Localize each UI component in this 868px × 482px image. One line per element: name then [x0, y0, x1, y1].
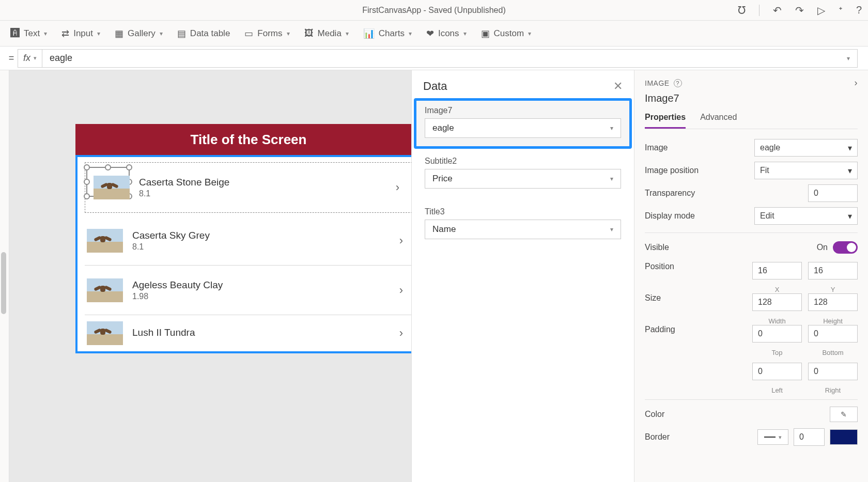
data-group-image7[interactable]: Image7 eagle ▾	[414, 98, 632, 149]
data-group-subtitle2: Subtitle2 Price ▾	[414, 149, 632, 199]
data-select-title3[interactable]: Name ▾	[425, 220, 621, 239]
chevron-down-icon: ▾	[610, 125, 613, 132]
ribbon-forms[interactable]: ▭Forms▾	[244, 28, 289, 39]
info-icon[interactable]: ?	[674, 79, 682, 87]
close-icon[interactable]: ✕	[613, 80, 623, 93]
prop-input-pos-y[interactable]: 16	[808, 262, 858, 279]
formula-input[interactable]: eagle ▾	[42, 49, 858, 68]
app-checker-icon[interactable]: ℧	[738, 4, 746, 17]
control-name: Image7	[645, 92, 858, 104]
scroll-thumb[interactable]	[1, 252, 6, 314]
data-select-subtitle2[interactable]: Price ▾	[425, 169, 621, 189]
border-style-select[interactable]: ▾	[757, 429, 788, 445]
ribbon-icons[interactable]: ❤Icons▾	[426, 28, 467, 39]
ribbon-gallery[interactable]: ▦Gallery▾	[115, 28, 163, 39]
prop-input-transparency[interactable]: 0	[808, 184, 858, 202]
prop-select-image-position[interactable]: Fit ▾	[754, 162, 858, 179]
prop-input-pad-top[interactable]: 0	[752, 325, 802, 343]
redo-icon[interactable]: ↷	[795, 4, 804, 17]
prop-label-color: Color	[645, 410, 664, 419]
prop-select-image[interactable]: eagle ▾	[754, 139, 858, 157]
data-panel-title: Data	[423, 80, 447, 93]
prop-input-pad-bottom[interactable]: 0	[808, 325, 858, 343]
gallery-selected[interactable]: Caserta Stone Beige 8.1 › Caserta Sky Gr…	[75, 155, 422, 353]
item-text: Ageless Beauty Clay 1.98	[132, 279, 223, 301]
ribbon-custom[interactable]: ▣Custom▾	[481, 28, 532, 39]
title-bar-actions: ℧ ↶ ↷ ▷ ᕀ ?	[738, 4, 862, 17]
play-icon[interactable]: ▷	[817, 4, 825, 17]
formula-bar: = fx ▾ eagle ▾	[0, 46, 868, 70]
item-text: Lush II Tundra	[132, 327, 195, 339]
tab-properties[interactable]: Properties	[645, 113, 686, 129]
prop-label-border: Border	[645, 432, 670, 442]
ribbon-data-table[interactable]: ▤Data table	[177, 28, 230, 39]
border-color-picker[interactable]	[830, 429, 858, 445]
chevron-right-icon[interactable]: ›	[396, 181, 399, 194]
toggle-switch[interactable]	[833, 241, 858, 254]
chevron-down-icon: ▾	[160, 30, 163, 37]
item-thumb	[87, 321, 123, 345]
list-item[interactable]: Caserta Stone Beige 8.1 ›	[88, 166, 409, 209]
prop-label-display-mode: Display mode	[645, 211, 695, 221]
item-title: Caserta Sky Grey	[132, 230, 210, 241]
chevron-right-icon[interactable]: ›	[399, 284, 403, 297]
select-value: Fit	[760, 166, 769, 175]
help-icon[interactable]: ?	[856, 4, 862, 16]
item-thumb[interactable]	[94, 176, 130, 199]
chevron-down-icon: ▾	[779, 434, 782, 441]
tab-advanced[interactable]: Advanced	[700, 113, 737, 129]
chevron-down-icon: ▾	[610, 226, 613, 233]
prop-input-pad-left[interactable]: 0	[752, 363, 802, 380]
data-group-title3: Title3 Name ▾	[414, 199, 632, 250]
dim-label-height: Height	[808, 317, 858, 325]
pad-label-left: Left	[752, 386, 802, 394]
prop-label-visible: Visible	[645, 243, 669, 252]
item-subtitle: 8.1	[139, 189, 229, 198]
prop-label-transparency: Transparency	[645, 189, 695, 198]
chevron-right-icon[interactable]: ›	[855, 77, 858, 88]
item-thumb	[87, 229, 123, 253]
chevron-down-icon: ▾	[346, 30, 349, 37]
chevron-down-icon: ▾	[44, 30, 47, 37]
fx-selector[interactable]: fx ▾	[18, 49, 42, 68]
chevron-right-icon[interactable]: ›	[399, 234, 403, 247]
item-title: Ageless Beauty Clay	[132, 279, 223, 291]
ribbon-charts[interactable]: 📊Charts▾	[363, 28, 412, 39]
prop-label-position: Position	[645, 262, 674, 271]
divider	[759, 5, 760, 16]
equals-label: =	[5, 53, 18, 64]
select-value: Price	[432, 174, 453, 184]
prop-input-pos-x[interactable]: 16	[752, 262, 802, 279]
list-item[interactable]: Ageless Beauty Clay 1.98 ›	[85, 266, 412, 315]
chevron-right-icon[interactable]: ›	[399, 326, 403, 340]
share-icon[interactable]: ᕀ	[839, 4, 843, 17]
chevron-down-icon: ▾	[848, 166, 852, 176]
toggle-state: On	[817, 243, 828, 252]
prop-label-padding: Padding	[645, 325, 675, 334]
prop-input-height[interactable]: 128	[808, 293, 858, 311]
list-item[interactable]: Lush II Tundra ›	[85, 315, 412, 351]
ribbon-input[interactable]: ⇄Input▾	[61, 28, 100, 39]
prop-input-width[interactable]: 128	[752, 293, 802, 311]
undo-icon[interactable]: ↶	[773, 4, 782, 17]
select-value: Edit	[760, 211, 774, 221]
prop-label-size: Size	[645, 293, 661, 303]
ribbon-media[interactable]: 🖼Media▾	[304, 28, 349, 39]
media-icon: 🖼	[304, 28, 314, 39]
visible-toggle[interactable]: On	[817, 241, 858, 254]
properties-panel: IMAGE ? › ↖ Image7 Properties Advanced I…	[634, 70, 868, 482]
prop-input-border-width[interactable]: 0	[794, 428, 825, 446]
ribbon-text[interactable]: 🅰Text▾	[10, 28, 47, 39]
props-tabs: Properties Advanced	[645, 113, 858, 129]
gallery-template[interactable]: Caserta Stone Beige 8.1 ›	[85, 162, 412, 213]
color-picker[interactable]: ✎	[830, 407, 858, 422]
list-item[interactable]: Caserta Sky Grey 8.1 ›	[85, 216, 412, 266]
item-title: Lush II Tundra	[132, 327, 195, 338]
chevron-down-icon: ▾	[34, 55, 37, 61]
prop-input-pad-right[interactable]: 0	[808, 363, 858, 380]
data-select-image7[interactable]: eagle ▾	[425, 118, 621, 138]
prop-select-display-mode[interactable]: Edit ▾	[754, 207, 858, 225]
data-group-label: Subtitle2	[425, 157, 621, 166]
data-group-label: Title3	[425, 207, 621, 216]
chevron-down-icon: ▾	[97, 30, 100, 37]
